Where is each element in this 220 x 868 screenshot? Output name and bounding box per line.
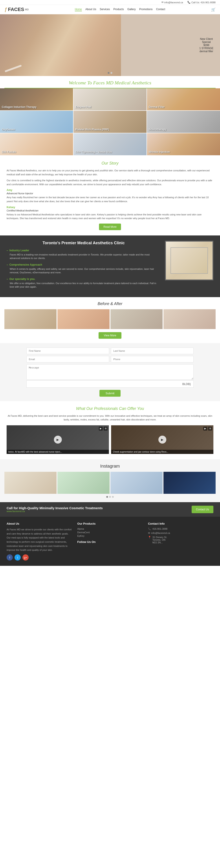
service-label-prp: Platelet Rich Plasma (PRP)	[73, 126, 111, 133]
story-title: Our Story	[7, 161, 213, 166]
footer-about-text: At Faces MD we strive to provide our cli…	[7, 527, 72, 552]
insta-dot-2[interactable]	[109, 496, 111, 498]
welcome-section: Welcome To Faces MD Medical Aesthetics	[0, 76, 220, 88]
insta-dot-1[interactable]	[106, 496, 108, 498]
ba-title: Before & After	[4, 302, 216, 306]
last-name-input[interactable]	[111, 347, 194, 354]
cart-icon[interactable]: 🛒	[211, 7, 216, 12]
story-intro: At Faces Medical Aesthetics, our aim is …	[7, 169, 213, 177]
toronto-item-text-1: Faces MD is a leading non-invasive medic…	[7, 253, 160, 260]
services-grid: Collagen Induction Therapy Enzyme Peel D…	[0, 88, 220, 156]
submit-button[interactable]: Submit	[100, 390, 120, 397]
insta-image-1[interactable]	[4, 472, 57, 494]
nav-about[interactable]: About Us	[85, 8, 96, 11]
read-more-button[interactable]: Read More	[99, 223, 121, 230]
toronto-item-1: Industry Leader Faces MD is a leading no…	[7, 249, 160, 260]
service-collagen[interactable]: Collagen Induction Therapy	[0, 88, 73, 110]
video-label-1: botox. At faceMD with the best advanced …	[7, 450, 109, 454]
insta-dot-3[interactable]	[112, 496, 114, 498]
hero-dot-2[interactable]	[111, 72, 112, 74]
insta-image-3[interactable]	[110, 472, 162, 494]
service-label-enzyme: Enzyme Peel	[73, 104, 93, 110]
logo: ƒ FACES MD	[4, 7, 29, 12]
video-icons-2: ▶ ⚙	[203, 427, 212, 431]
video-icon-1b: ⚙	[104, 427, 108, 431]
toronto-item-text-2: When it comes to quality, efficacy and s…	[7, 267, 160, 274]
insta-image-4[interactable]	[163, 472, 216, 494]
main-nav: Home About Us Services Products Gallery …	[75, 8, 165, 11]
hero-dot-1[interactable]	[108, 72, 110, 74]
toronto-item-title-3: Our specialty is you.	[7, 278, 160, 281]
nav-contact[interactable]: Contact	[156, 8, 165, 11]
play-button-1[interactable]: ▶	[54, 436, 62, 443]
video-label-2: Cheek augmentation and jaw contour done …	[111, 450, 213, 454]
navbar: ƒ FACES MD Home About Us Services Produc…	[0, 5, 220, 14]
captcha-box: BLDB}	[26, 380, 194, 388]
before-after-section: Before & After View More	[0, 297, 220, 343]
product-link-1[interactable]: Alpina	[77, 527, 143, 530]
service-enzyme[interactable]: Enzyme Peel	[73, 88, 147, 110]
nav-home[interactable]: Home	[75, 8, 82, 11]
toronto-item-2: Comprehensive Approach When it comes to …	[7, 263, 160, 274]
hero-special: Special	[199, 40, 213, 43]
phone-contact: 📞 Call Us: 416-901-8088	[187, 1, 216, 4]
message-input[interactable]	[26, 364, 194, 380]
nav-promotions[interactable]: Promotions	[139, 8, 153, 11]
service-oxygeneo[interactable]: OxyGeneo	[0, 111, 73, 133]
hero-section: New Client Special $398 1 SYRINGE dermal…	[0, 14, 220, 76]
nav-services[interactable]: Services	[100, 8, 110, 11]
googleplus-icon[interactable]: g+	[23, 554, 29, 561]
story-section: Our Story At Faces Medical Aesthetics, o…	[0, 156, 220, 236]
instagram-grid	[4, 472, 216, 494]
instagram-section: Instagram	[0, 459, 220, 502]
video-card-2[interactable]: ▶ ⚙ ▶ Cheek augmentation and jaw contour…	[111, 425, 213, 454]
service-wrinkle[interactable]: Wrinkle Injection	[147, 133, 220, 155]
toronto-section: Toronto's Premier Medical Aesthetics Cli…	[0, 236, 220, 297]
professionals-section: What Our Professionals Can Offer You At …	[0, 401, 220, 459]
ba-image-3	[110, 309, 162, 329]
product-link-3[interactable]: EpKey	[77, 534, 143, 537]
product-link-2[interactable]: DermaCent	[77, 531, 143, 534]
service-label-wrinkle: Wrinkle Injection	[147, 149, 172, 155]
hero-syringe: 1 SYRINGE	[199, 47, 213, 50]
video-icon-2a: ▶	[203, 427, 207, 431]
hero-main: dermal filler	[199, 50, 213, 53]
service-dermal[interactable]: Dermal Filler	[147, 88, 220, 110]
service-label-dermal: Dermal Filler	[147, 104, 167, 110]
service-silk[interactable]: Silk Facials	[0, 133, 73, 155]
top-bar: ✉ info@facesmd.ca 📞 Call Us: 416-901-808…	[0, 0, 220, 5]
email-icon-footer: ✉	[148, 532, 150, 534]
video-card-1[interactable]: ▶ ⚙ ▶ botox. At faceMD with the best adv…	[7, 425, 109, 454]
nav-products[interactable]: Products	[113, 8, 124, 11]
phone-input[interactable]	[111, 356, 194, 363]
location-icon-footer: 📍	[148, 536, 151, 539]
nav-gallery[interactable]: Gallery	[127, 8, 136, 11]
first-name-input[interactable]	[26, 347, 109, 354]
email-input[interactable]	[26, 356, 109, 363]
video-grid: ▶ ⚙ ▶ botox. At faceMD with the best adv…	[7, 425, 213, 454]
toronto-item-3: Our specialty is you. We offer a no obli…	[7, 278, 160, 289]
footer-contact-title: Contact Info	[148, 522, 213, 525]
insta-image-2[interactable]	[58, 472, 110, 494]
social-icons: f t g+	[7, 554, 72, 561]
service-tightening[interactable]: Skin Tightening – Venus Viva	[73, 133, 147, 155]
person2-name: Kelsey	[7, 206, 213, 209]
twitter-icon[interactable]: t	[14, 554, 21, 561]
play-button-2[interactable]: ▶	[158, 436, 166, 443]
toronto-right	[165, 241, 213, 292]
form-contact-row	[26, 356, 194, 363]
cta-button[interactable]: Contact Us	[192, 506, 213, 513]
footer-contact: Contact Info 📞 416-901-3088 ✉ info@faces…	[148, 522, 213, 561]
hero-dots	[108, 72, 112, 74]
view-more-button[interactable]: View More	[99, 332, 121, 339]
facebook-icon[interactable]: f	[7, 554, 13, 561]
footer: About Us At Faces MD we strive to provid…	[0, 517, 220, 566]
cta-title: Call for High-Quality Minimally Invasive…	[7, 506, 103, 510]
video-icons-1: ▶ ⚙	[99, 427, 108, 431]
professionals-title: What Our Professionals Can Offer You	[7, 406, 213, 411]
service-prp[interactable]: Platelet Rich Plasma (PRP)	[73, 111, 147, 133]
instagram-title: Instagram	[4, 464, 216, 469]
service-sclero[interactable]: Sclerotherapy	[147, 111, 220, 133]
video-icon-2b: ⚙	[208, 427, 212, 431]
cta-subtitle: www.facesmd.ca	[7, 510, 103, 513]
